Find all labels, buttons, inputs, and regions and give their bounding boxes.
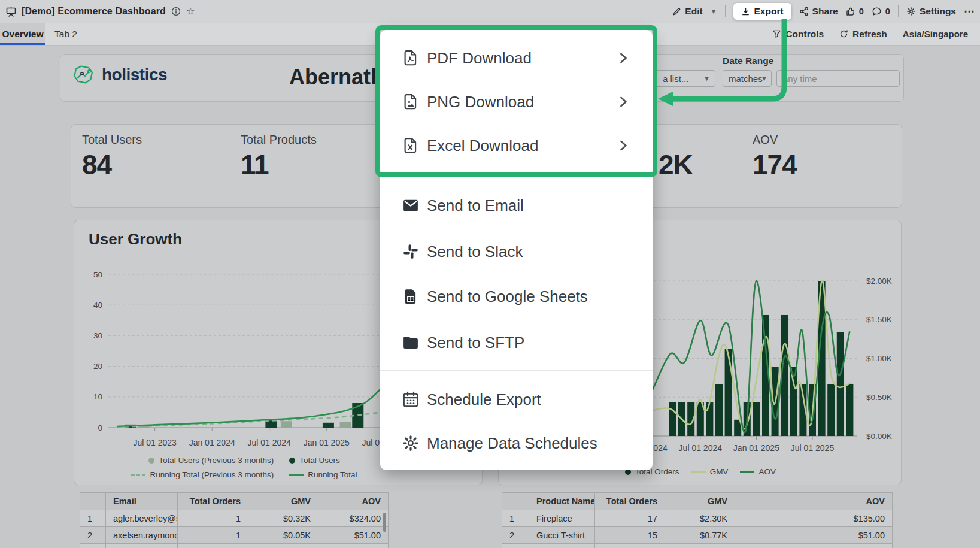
comments-button[interactable]: 0 — [872, 7, 890, 16]
menu-item-send-to-email[interactable]: Send to Email — [380, 183, 653, 228]
date-range-label: Date Range — [723, 56, 773, 66]
menu-item-label: Manage Data Schedules — [427, 434, 597, 453]
document-title: [Demo] Ecommerce Dashboard — [22, 6, 166, 17]
legend-dot — [148, 458, 154, 464]
line-series — [117, 383, 386, 426]
bar — [837, 332, 844, 436]
refresh-button[interactable]: Refresh — [839, 29, 887, 40]
export-dropdown-menu: PDF DownloadPNG DownloadExcel DownloadSe… — [380, 30, 653, 470]
menu-item-send-to-slack[interactable]: Send to Slack — [380, 229, 653, 274]
date-range-value-input[interactable] — [776, 70, 900, 87]
edit-caret-button[interactable]: ▼ — [707, 8, 717, 15]
kpi-label: Total Users — [82, 133, 142, 147]
bar — [753, 402, 760, 436]
info-icon[interactable] — [171, 7, 181, 16]
bar — [340, 422, 351, 428]
menu-item-pdf-download[interactable]: PDF Download — [380, 36, 653, 80]
date-range-operator-select[interactable]: matches ▼ — [723, 70, 772, 87]
legend-total-users-prev[interactable]: Total Users (Previous 3 months) — [148, 456, 274, 465]
star-icon[interactable]: ☆ — [186, 7, 195, 16]
table-row[interactable]: 2Gucci T-shirt15$0.77K$51.00 — [502, 527, 893, 544]
table-cell: agler.beverley@syria... — [106, 510, 178, 527]
svg-text:Jul 01 2024: Jul 01 2024 — [248, 438, 292, 447]
legend-line — [289, 474, 304, 476]
table-row[interactable]: 2axelsen.raymonde@d...1$0.05K$51.00 — [80, 527, 389, 544]
legend-total-users[interactable]: Total Users — [289, 456, 340, 465]
kpi-value: 84 — [82, 149, 111, 181]
bar — [725, 349, 732, 436]
svg-text:30: 30 — [93, 331, 102, 340]
chat-icon — [872, 7, 882, 16]
svg-text:Jul 01 2025: Jul 01 2025 — [791, 443, 835, 453]
edit-button[interactable]: Edit — [672, 6, 702, 17]
svg-text:50: 50 — [93, 270, 102, 279]
chevron-right-icon — [618, 93, 629, 110]
menu-item-label: Send to Slack — [427, 243, 523, 261]
like-count: 0 — [859, 7, 864, 16]
svg-text:0: 0 — [98, 423, 102, 432]
table-cell: $51.00 — [735, 527, 893, 544]
svg-text:Jan 01 2025: Jan 01 2025 — [304, 438, 350, 447]
legend-running-total-prev[interactable]: Running Total (Previous 3 months) — [131, 470, 274, 479]
divider — [230, 125, 230, 207]
menu-item-manage-data-schedules[interactable]: Manage Data Schedules — [380, 421, 653, 465]
chevron-down-icon: ▼ — [711, 8, 717, 15]
menu-item-label: PNG Download — [427, 93, 534, 111]
legend-aov[interactable]: AOV — [740, 467, 776, 476]
table-scrollbar[interactable] — [383, 513, 386, 532]
svg-text:40: 40 — [93, 301, 102, 310]
menu-item-schedule-export[interactable]: Schedule Export — [380, 377, 653, 422]
kpi-label: Total Products — [241, 133, 317, 147]
column-header: Product Name — [529, 493, 595, 510]
menu-item-label: PDF Download — [427, 49, 532, 68]
pencil-icon — [672, 7, 681, 16]
controls-button[interactable]: Controls — [772, 29, 824, 40]
svg-text:Jan 01 2024: Jan 01 2024 — [189, 438, 235, 447]
product-orders-table: Product NameTotal OrdersGMVAOV1Fireplace… — [502, 492, 893, 548]
table-cell: $324.00 — [318, 510, 389, 527]
column-header — [80, 493, 106, 510]
legend-dot — [289, 458, 295, 464]
svg-text:Jul 01 2023: Jul 01 2023 — [133, 438, 177, 447]
table-row[interactable]: 1agler.beverley@syria...1$0.32K$324.00 — [80, 510, 389, 527]
svg-text:Jan 01 2025: Jan 01 2025 — [733, 443, 779, 453]
share-button[interactable]: Share — [799, 6, 838, 17]
legend-running-total[interactable]: Running Total — [289, 470, 357, 479]
page-title: Abernath — [289, 65, 384, 90]
table-row-partial — [502, 544, 893, 548]
table-header-row: Product NameTotal OrdersGMVAOV — [502, 493, 893, 510]
table-row[interactable]: 1Fireplace17$2.30K$135.00 — [502, 510, 893, 527]
user-growth-legend-row-1: Total Users (Previous 3 months)Total Use… — [74, 456, 415, 465]
menu-item-send-to-sftp[interactable]: Send to SFTP — [380, 320, 653, 365]
column-header: GMV — [248, 493, 318, 510]
table-cell: $135.00 — [735, 510, 893, 527]
divider — [190, 66, 190, 90]
table-cell: 1 — [178, 527, 248, 544]
settings-button[interactable]: Settings — [906, 6, 956, 17]
table-cell: Fireplace — [529, 510, 595, 527]
tab-overview[interactable]: Overview — [0, 23, 45, 45]
dashboard-board-icon — [6, 7, 16, 17]
bar — [790, 367, 797, 436]
menu-item-send-to-google-sheets[interactable]: Send to Google Sheets — [380, 274, 653, 319]
legend-line — [740, 471, 754, 473]
folder-icon — [402, 334, 420, 352]
menu-item-excel-download[interactable]: Excel Download — [380, 123, 653, 168]
column-header: Email — [106, 493, 178, 510]
tab-2[interactable]: Tab 2 — [48, 23, 84, 45]
holistics-hexagon-icon — [73, 63, 96, 86]
chevron-right-icon — [618, 50, 629, 66]
chevron-down-icon: ▼ — [761, 75, 767, 82]
menu-item-label: Send to Google Sheets — [427, 287, 588, 306]
chevron-down-icon: ▼ — [703, 75, 710, 82]
email-icon — [402, 196, 420, 214]
kpi-value: 174 — [753, 149, 797, 181]
menu-item-png-download[interactable]: PNG Download — [380, 80, 653, 124]
table-cell: $0.05K — [248, 527, 318, 544]
export-button[interactable]: Export — [733, 3, 791, 20]
timezone-label[interactable]: Asia/Singapore — [903, 29, 968, 39]
more-options-button[interactable]: ⋯ — [964, 5, 975, 18]
legend-gmv[interactable]: GMV — [691, 467, 729, 476]
menu-item-label: Schedule Export — [427, 390, 541, 409]
like-button[interactable]: 0 — [846, 7, 864, 16]
